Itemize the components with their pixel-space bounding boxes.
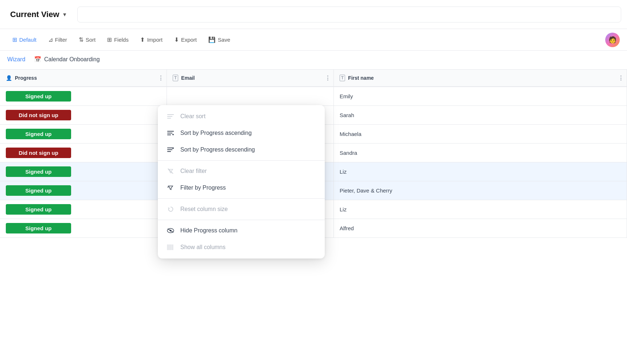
status-badge: Signed up xyxy=(6,166,71,177)
col-header-email[interactable]: T Email ⋮ xyxy=(167,70,334,86)
menu-item-sort-asc[interactable]: Sort by Progress ascending xyxy=(158,125,325,141)
chevron-down-icon: ▼ xyxy=(62,12,67,17)
sort-asc-label: Sort by Progress ascending xyxy=(180,130,252,136)
cell-progress-3: Did not sign up xyxy=(0,144,167,162)
sort-desc-label: Sort by Progress descending xyxy=(180,146,255,153)
cell-firstname-0: Emily xyxy=(334,87,627,106)
import-button[interactable]: ⬆ Import xyxy=(135,33,168,46)
cell-firstname-6: Liz xyxy=(334,200,627,219)
menu-item-reset-size: Reset column size xyxy=(158,201,325,218)
current-view-label: Current View xyxy=(10,10,59,19)
menu-item-clear-sort: Clear sort xyxy=(158,108,325,125)
sort-asc-icon xyxy=(167,131,175,136)
menu-item-show-all: Show all columns xyxy=(158,239,325,256)
col-firstname-menu-icon[interactable]: ⋮ xyxy=(618,75,624,82)
col-progress-menu-icon[interactable]: ⋮ xyxy=(158,75,164,82)
sliders-icon: ⊞ xyxy=(12,36,17,43)
column-context-menu: Clear sort Sort by Progress ascending So… xyxy=(158,105,325,258)
export-label: Export xyxy=(181,37,197,43)
sort-label: Sort xyxy=(86,37,96,43)
top-bar: Current View ▼ xyxy=(0,0,627,29)
status-badge: Signed up xyxy=(6,204,71,215)
cell-firstname-1: Sarah xyxy=(334,106,627,124)
reset-size-label: Reset column size xyxy=(180,206,228,212)
col-email-menu-icon[interactable]: ⋮ xyxy=(325,75,331,82)
col-header-progress[interactable]: 👤 Progress ⋮ xyxy=(0,70,167,86)
svg-point-13 xyxy=(170,230,172,232)
hide-col-icon xyxy=(167,228,175,233)
table-header: 👤 Progress ⋮ T Email ⋮ T First name ⋮ xyxy=(0,70,627,87)
status-badge: Did not sign up xyxy=(6,148,71,158)
text-icon-firstname: T xyxy=(340,75,345,81)
menu-item-hide-col[interactable]: Hide Progress column xyxy=(158,222,325,239)
cell-firstname-7: Alfred xyxy=(334,219,627,237)
cell-firstname-3: Sandra xyxy=(334,144,627,162)
clear-filter-label: Clear filter xyxy=(180,168,207,174)
tab-wizard[interactable]: Wizard xyxy=(7,56,25,64)
cell-progress-1: Did not sign up xyxy=(0,106,167,124)
calendar-icon: 📅 xyxy=(34,56,41,63)
save-icon: 💾 xyxy=(208,36,216,43)
person-icon: 👤 xyxy=(6,75,12,81)
sort-desc-icon xyxy=(167,147,175,152)
show-all-icon xyxy=(167,244,175,250)
col-progress-label: Progress xyxy=(15,75,37,81)
show-all-label: Show all columns xyxy=(180,244,226,251)
clear-sort-label: Clear sort xyxy=(180,113,205,120)
default-label: Default xyxy=(19,37,37,43)
save-label: Save xyxy=(218,37,230,43)
tabs-row: Wizard 📅 Calendar Onboarding xyxy=(0,51,627,70)
filter-by-icon xyxy=(167,185,175,191)
reset-size-icon xyxy=(167,206,175,212)
table-row: Signed up Emily xyxy=(0,87,627,106)
export-icon: ⬇ xyxy=(174,36,179,43)
menu-item-filter-by[interactable]: Filter by Progress xyxy=(158,179,325,196)
col-firstname-label: First name xyxy=(348,75,374,81)
search-bar[interactable] xyxy=(77,7,621,22)
menu-divider xyxy=(158,160,325,161)
default-button[interactable]: ⊞ Default xyxy=(7,33,42,46)
fields-button[interactable]: ⊞ Fields xyxy=(102,33,134,46)
current-view-button[interactable]: Current View ▼ xyxy=(6,7,71,22)
cell-progress-7: Signed up xyxy=(0,219,167,237)
col-email-label: Email xyxy=(181,75,194,81)
status-badge: Signed up xyxy=(6,129,71,139)
status-badge: Signed up xyxy=(6,185,71,196)
tab-wizard-label: Wizard xyxy=(7,56,25,63)
svg-rect-16 xyxy=(172,245,173,250)
fields-label: Fields xyxy=(114,37,128,43)
sort-button[interactable]: ⇅ Sort xyxy=(74,33,101,46)
menu-items-container: Clear sort Sort by Progress ascending So… xyxy=(158,108,325,256)
fields-icon: ⊞ xyxy=(107,36,112,43)
import-icon: ⬆ xyxy=(140,36,145,43)
filter-icon: ⊿ xyxy=(48,36,53,43)
filter-button[interactable]: ⊿ Filter xyxy=(43,33,72,46)
col-header-firstname[interactable]: T First name ⋮ xyxy=(334,70,627,86)
export-button[interactable]: ⬇ Export xyxy=(169,33,202,46)
filter-by-label: Filter by Progress xyxy=(180,185,226,191)
svg-rect-14 xyxy=(167,245,169,250)
menu-divider xyxy=(158,220,325,220)
cell-progress-5: Signed up xyxy=(0,181,167,200)
clear-sort-icon xyxy=(167,114,175,119)
menu-item-clear-filter: Clear filter xyxy=(158,163,325,179)
cell-firstname-2: Michaela xyxy=(334,125,627,143)
cell-firstname-5: Pieter, Dave & Cherry xyxy=(334,181,627,200)
status-badge: Signed up xyxy=(6,91,71,102)
tab-calendar-onboarding[interactable]: 📅 Calendar Onboarding xyxy=(34,56,100,64)
filter-label: Filter xyxy=(55,37,67,43)
svg-rect-15 xyxy=(169,245,171,250)
cell-progress-0: Signed up xyxy=(0,87,167,106)
cell-firstname-4: Liz xyxy=(334,162,627,181)
avatar[interactable]: 🧑 xyxy=(605,33,620,47)
save-button[interactable]: 💾 Save xyxy=(203,33,235,46)
menu-item-sort-desc[interactable]: Sort by Progress descending xyxy=(158,141,325,158)
status-badge: Signed up xyxy=(6,223,71,233)
text-icon-email: T xyxy=(173,75,178,81)
toolbar: ⊞ Default ⊿ Filter ⇅ Sort ⊞ Fields ⬆ Imp… xyxy=(0,29,627,51)
clear-filter-icon xyxy=(167,168,175,174)
cell-progress-2: Signed up xyxy=(0,125,167,143)
import-label: Import xyxy=(147,37,163,43)
menu-divider xyxy=(158,198,325,199)
tab-calendar-label: Calendar Onboarding xyxy=(44,56,100,63)
